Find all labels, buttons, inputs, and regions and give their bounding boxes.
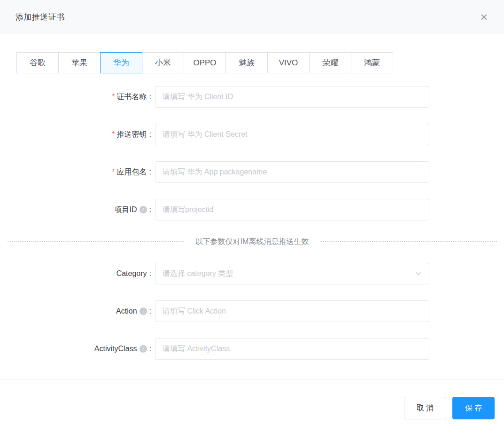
label-colon: : (149, 345, 151, 353)
certificate-form: * 证书名称 : * 推送密钥 : * 应用包名 : 项目ID (0, 73, 504, 376)
tab-huawei[interactable]: 华为 (100, 52, 142, 73)
info-icon[interactable]: i (140, 206, 147, 213)
label-colon: : (149, 130, 151, 139)
add-push-certificate-dialog: 添加推送证书 ✕ 谷歌 苹果 华为 小米 OPPO 魅族 VIVO 荣耀 鸿蒙 … (0, 0, 504, 441)
form-row-category: Category : 请选择 category 类型 (0, 263, 504, 284)
label-colon: : (149, 168, 151, 176)
field-label: 项目ID (115, 205, 137, 215)
form-row-app-package: * 应用包名 : (0, 161, 504, 183)
field-label: ActivityClass (94, 345, 137, 353)
chevron-down-icon (415, 270, 422, 277)
category-label: Category : (16, 269, 151, 278)
field-label: 应用包名 (117, 167, 147, 177)
info-icon[interactable]: i (140, 307, 147, 315)
close-icon[interactable]: ✕ (478, 10, 490, 24)
field-label: 推送密钥 (117, 130, 147, 140)
required-asterisk: * (112, 168, 115, 176)
push-secret-label: * 推送密钥 : (16, 130, 151, 140)
label-colon: : (149, 307, 151, 315)
action-label: Action i : (16, 307, 151, 315)
tab-apple[interactable]: 苹果 (58, 52, 101, 73)
activity-class-input[interactable] (155, 338, 429, 360)
offline-push-section-divider: 以下参数仅对IM离线消息推送生效 (7, 236, 497, 247)
category-select[interactable]: 请选择 category 类型 (155, 263, 429, 284)
divider-text: 以下参数仅对IM离线消息推送生效 (184, 237, 320, 247)
app-package-input[interactable] (155, 161, 429, 183)
tab-oppo[interactable]: OPPO (184, 52, 226, 73)
save-button[interactable]: 保 存 (452, 397, 495, 419)
required-asterisk: * (112, 130, 115, 139)
required-asterisk: * (112, 93, 115, 101)
form-row-action: Action i : (0, 300, 504, 322)
tab-xiaomi[interactable]: 小米 (142, 52, 184, 73)
activity-class-label: ActivityClass i : (16, 345, 151, 353)
cancel-button[interactable]: 取 消 (404, 397, 446, 419)
tab-harmonyos[interactable]: 鸿蒙 (351, 52, 393, 73)
label-colon: : (149, 93, 151, 101)
form-row-cert-name: * 证书名称 : (0, 86, 504, 108)
form-row-push-secret: * 推送密钥 : (0, 124, 504, 145)
project-id-input[interactable] (155, 199, 429, 220)
tab-google[interactable]: 谷歌 (16, 52, 59, 73)
info-icon[interactable]: i (140, 345, 147, 353)
field-label: Category (116, 269, 147, 278)
dialog-title: 添加推送证书 (16, 12, 65, 23)
vendor-tab-bar: 谷歌 苹果 华为 小米 OPPO 魅族 VIVO 荣耀 鸿蒙 (16, 52, 504, 73)
tab-meizu[interactable]: 魅族 (225, 52, 268, 73)
tab-honor[interactable]: 荣耀 (309, 52, 351, 73)
field-label: 证书名称 (117, 92, 147, 102)
label-colon: : (149, 269, 151, 278)
select-placeholder: 请选择 category 类型 (163, 269, 233, 279)
form-row-activity-class: ActivityClass i : (0, 338, 504, 360)
push-secret-input[interactable] (155, 124, 429, 145)
form-row-project-id: 项目ID i : (0, 199, 504, 220)
click-action-input[interactable] (155, 300, 429, 322)
field-label: Action (116, 307, 137, 315)
tab-vivo[interactable]: VIVO (267, 52, 310, 73)
cert-name-input[interactable] (155, 86, 429, 108)
app-package-label: * 应用包名 : (16, 167, 151, 177)
label-colon: : (149, 205, 151, 214)
dialog-footer: 取 消 保 存 (0, 379, 504, 419)
dialog-header: 添加推送证书 ✕ (0, 0, 504, 34)
cert-name-label: * 证书名称 : (16, 92, 151, 102)
project-id-label: 项目ID i : (16, 205, 151, 215)
